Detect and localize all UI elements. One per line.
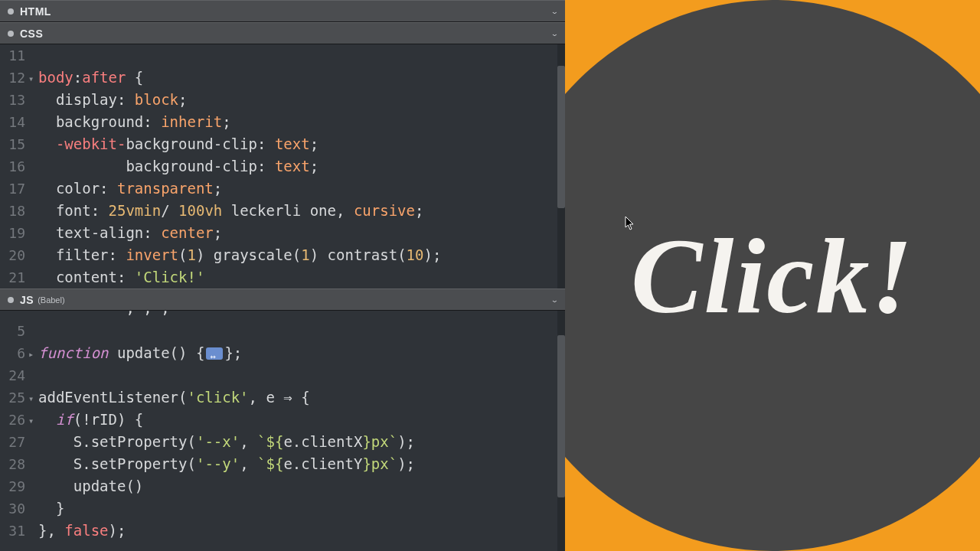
js-code-editor[interactable]: , , ,56▸function update() {};2425▾addEve… <box>0 311 565 551</box>
line-number: 30 <box>0 497 28 520</box>
panel-header-html[interactable]: HTML ⌄ <box>0 0 565 22</box>
code-fold-pill[interactable] <box>206 347 223 360</box>
code-line[interactable]: 27 S.setProperty('--x', `${e.clientX}px`… <box>0 431 565 453</box>
line-number: 26 <box>0 409 28 431</box>
code-line[interactable]: 25▾addEventListener('click', e ⇒ { <box>0 386 565 409</box>
code-content[interactable]: display: block; <box>38 89 565 111</box>
line-number: 20 <box>0 244 28 266</box>
fold-toggle-icon <box>28 364 38 366</box>
code-line[interactable]: 6▸function update() {}; <box>0 342 565 364</box>
partial-line: , , , <box>0 311 565 320</box>
code-line[interactable]: , , , <box>0 311 565 319</box>
code-content[interactable]: background: inherit; <box>38 111 565 133</box>
fold-toggle-icon <box>28 155 38 157</box>
code-line[interactable]: 14 background: inherit; <box>0 111 565 133</box>
line-number: 17 <box>0 178 28 200</box>
editor-column: HTML ⌄ CSS ⌄ 1112▾body:after {13 display… <box>0 0 565 551</box>
settings-dot-icon <box>8 297 14 303</box>
code-line[interactable]: 31}, false); <box>0 520 565 542</box>
line-number: 16 <box>0 155 28 178</box>
fold-toggle-icon <box>28 266 38 268</box>
line-number: 6 <box>0 342 28 364</box>
code-content[interactable]: addEventListener('click', e ⇒ { <box>38 386 565 409</box>
code-content[interactable]: font: 25vmin/ 100vh leckerli one, cursiv… <box>38 200 565 222</box>
fold-toggle-icon <box>28 200 38 201</box>
code-content[interactable]: filter: invert(1) grayscale(1) contrast(… <box>38 244 565 266</box>
scrollbar-track[interactable] <box>557 44 565 289</box>
line-number: 25 <box>0 386 28 409</box>
fold-toggle-icon <box>28 178 38 179</box>
scrollbar-thumb[interactable] <box>557 335 565 497</box>
fold-toggle-icon <box>28 111 38 112</box>
panel-sublabel-js: (Babel) <box>38 295 64 305</box>
fold-toggle-icon[interactable]: ▸ <box>28 342 38 366</box>
code-content[interactable]: text-align: center; <box>38 222 565 244</box>
code-content[interactable]: }, false); <box>38 520 565 542</box>
line-number: 12 <box>0 67 28 89</box>
code-content[interactable]: content: 'Click!' <box>38 266 565 289</box>
panel-title-js: JS <box>20 294 34 306</box>
settings-dot-icon <box>8 8 14 15</box>
fold-toggle-icon <box>28 497 38 499</box>
code-line[interactable]: 11 <box>0 44 565 67</box>
code-line[interactable]: 5 <box>0 320 565 342</box>
code-content[interactable]: background-clip: text; <box>38 155 565 178</box>
fold-toggle-icon <box>28 89 38 90</box>
code-line[interactable]: 13 display: block; <box>0 89 565 111</box>
panel-js: JS (Babel) ⌄ , , ,56▸function update() {… <box>0 289 565 551</box>
fold-toggle-icon <box>28 520 38 521</box>
code-content[interactable]: body:after { <box>38 67 565 89</box>
scrollbar-track[interactable] <box>557 311 565 551</box>
fold-toggle-icon <box>28 133 38 135</box>
code-content[interactable]: update() <box>38 475 565 497</box>
code-content[interactable]: S.setProperty('--y', `${e.clientY}px`); <box>38 453 565 475</box>
panel-header-css[interactable]: CSS ⌄ <box>0 22 565 44</box>
code-content[interactable]: color: transparent; <box>38 178 565 200</box>
line-number: 5 <box>0 320 28 342</box>
code-line[interactable]: 17 color: transparent; <box>0 178 565 200</box>
chevron-down-icon[interactable]: ⌄ <box>550 29 559 37</box>
css-code-editor[interactable]: 1112▾body:after {13 display: block;14 ba… <box>0 44 565 289</box>
code-line[interactable]: 29 update() <box>0 475 565 497</box>
settings-dot-icon <box>8 31 14 37</box>
chevron-down-icon[interactable]: ⌄ <box>550 7 559 15</box>
code-line[interactable]: 16 background-clip: text; <box>0 155 565 178</box>
preview-pane[interactable]: Click! <box>565 0 980 551</box>
fold-toggle-icon <box>28 244 38 246</box>
code-line[interactable]: 30 } <box>0 497 565 520</box>
fold-toggle-icon <box>28 44 38 46</box>
code-line[interactable]: 18 font: 25vmin/ 100vh leckerli one, cur… <box>0 200 565 222</box>
code-line[interactable]: 12▾body:after { <box>0 67 565 89</box>
fold-toggle-icon[interactable]: ▾ <box>28 386 38 410</box>
code-line[interactable]: 21 content: 'Click!' <box>0 266 565 289</box>
line-number: 21 <box>0 266 28 289</box>
fold-toggle-icon <box>28 475 38 477</box>
code-line[interactable]: 20 filter: invert(1) grayscale(1) contra… <box>0 244 565 266</box>
line-number: 29 <box>0 475 28 497</box>
code-content[interactable]: if(!rID) { <box>38 409 565 431</box>
code-content[interactable]: function update() {}; <box>38 342 565 364</box>
code-line[interactable]: 28 S.setProperty('--y', `${e.clientY}px`… <box>0 453 565 475</box>
line-number: 19 <box>0 222 28 244</box>
code-line[interactable]: 24 <box>0 364 565 386</box>
code-line[interactable]: 19 text-align: center; <box>0 222 565 244</box>
line-number: 31 <box>0 520 28 542</box>
chevron-down-icon[interactable]: ⌄ <box>550 295 559 304</box>
code-line[interactable]: 15 -webkit-background-clip: text; <box>0 133 565 155</box>
panel-header-js[interactable]: JS (Babel) ⌄ <box>0 289 565 311</box>
fold-toggle-icon <box>28 222 38 223</box>
fold-toggle-icon <box>28 431 38 432</box>
panel-title-css: CSS <box>20 28 43 40</box>
code-content[interactable]: -webkit-background-clip: text; <box>38 133 565 155</box>
code-content[interactable]: } <box>38 497 565 520</box>
code-line[interactable]: 26▾ if(!rID) { <box>0 409 565 431</box>
scrollbar-thumb[interactable] <box>557 66 565 208</box>
code-content[interactable]: S.setProperty('--x', `${e.clientX}px`); <box>38 431 565 453</box>
line-number: 11 <box>0 44 28 67</box>
line-number: 14 <box>0 111 28 133</box>
code-content[interactable]: , , , <box>38 311 565 319</box>
fold-toggle-icon[interactable]: ▾ <box>28 67 38 90</box>
line-number: 24 <box>0 364 28 386</box>
fold-toggle-icon[interactable]: ▾ <box>28 409 38 432</box>
line-number: 28 <box>0 453 28 475</box>
